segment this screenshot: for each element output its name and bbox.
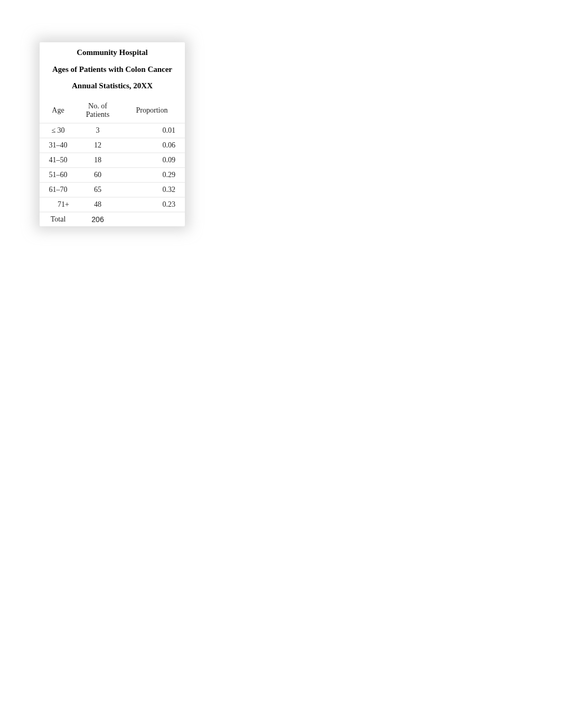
table-total-row: Total 206 [40,212,185,226]
cell-proportion: 0.01 [119,123,185,138]
header-period: Annual Statistics, 20XX [43,81,182,91]
table-row: 51–60 60 0.29 [40,168,185,182]
cell-age: 61–70 [40,182,77,197]
cell-total-label: Total [40,212,77,226]
table-row: 31–40 12 0.06 [40,138,185,153]
cell-age: ≤ 30 [40,123,77,138]
cell-patients: 12 [77,138,119,153]
cell-patients: 65 [77,182,119,197]
cell-proportion: 0.23 [119,197,185,212]
header-subject: Ages of Patients with Colon Cancer [43,64,182,75]
cell-patients: 60 [77,168,119,182]
table-row: 41–50 18 0.09 [40,153,185,168]
cell-age: 31–40 [40,138,77,153]
statistics-card: Community Hospital Ages of Patients with… [40,42,185,226]
cell-age: 71+ [40,197,77,212]
statistics-table: Age No. of Patients Proportion ≤ 30 3 0.… [40,99,185,227]
card-header: Community Hospital Ages of Patients with… [40,42,185,99]
cell-age: 41–50 [40,153,77,168]
cell-proportion: 0.06 [119,138,185,153]
cell-patients: 18 [77,153,119,168]
cell-proportion: 0.32 [119,182,185,197]
cell-proportion: 0.09 [119,153,185,168]
cell-patients: 3 [77,123,119,138]
header-hospital: Community Hospital [43,48,182,58]
table-row: 71+ 48 0.23 [40,197,185,212]
table-row: 61–70 65 0.32 [40,182,185,197]
cell-proportion: 0.29 [119,168,185,182]
cell-age: 51–60 [40,168,77,182]
column-header-age: Age [40,99,77,124]
cell-total-value: 206 [77,212,119,226]
table-row: ≤ 30 3 0.01 [40,123,185,138]
column-header-patients: No. of Patients [77,99,119,124]
table-header-row: Age No. of Patients Proportion [40,99,185,124]
cell-patients: 48 [77,197,119,212]
cell-total-empty [119,212,185,226]
column-header-proportion: Proportion [119,99,185,124]
table-body: ≤ 30 3 0.01 31–40 12 0.06 41–50 18 0.09 … [40,123,185,226]
